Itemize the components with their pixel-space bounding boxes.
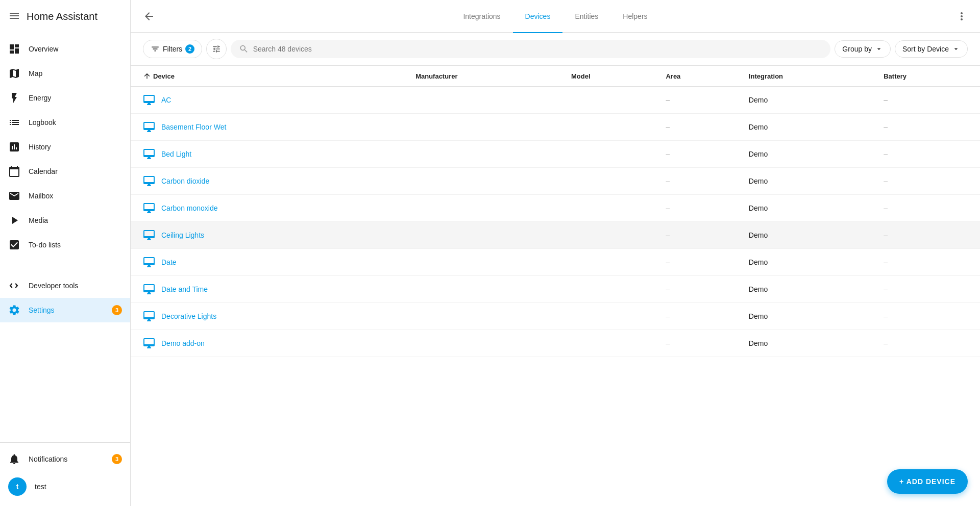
search-bar <box>231 40 830 58</box>
col-area[interactable]: Area <box>657 66 740 87</box>
battery-cell: – <box>875 303 980 330</box>
col-device[interactable]: Device <box>131 66 407 87</box>
group-by-chevron-icon <box>875 45 883 53</box>
sidebar-media-label: Media <box>29 216 48 224</box>
device-name[interactable]: Basement Floor Wet <box>161 123 226 131</box>
manufacturer-cell <box>407 87 563 114</box>
device-name[interactable]: Carbon monoxide <box>161 204 218 212</box>
sidebar-item-logbook[interactable]: Logbook <box>0 110 130 135</box>
menu-icon[interactable] <box>8 10 20 23</box>
add-device-button[interactable]: + ADD DEVICE <box>887 469 968 494</box>
tab-devices[interactable]: Devices <box>513 1 563 33</box>
adjust-button[interactable] <box>206 39 227 59</box>
device-icon <box>143 337 155 349</box>
more-options-button[interactable] <box>951 6 972 27</box>
search-icon <box>239 44 249 54</box>
device-cell-4: Carbon monoxide <box>131 195 407 222</box>
history-icon <box>8 141 20 153</box>
area-cell: – <box>657 114 740 141</box>
table-row[interactable]: Date –Demo– <box>131 249 980 276</box>
sidebar-item-settings[interactable]: Settings 3 <box>0 298 130 322</box>
battery-cell: – <box>875 141 980 168</box>
device-name[interactable]: Decorative Lights <box>161 312 216 320</box>
developer-icon <box>8 280 20 292</box>
table-row[interactable]: Demo add-on –Demo– <box>131 330 980 357</box>
back-button[interactable] <box>139 6 159 27</box>
device-name[interactable]: AC <box>161 96 171 104</box>
table-row[interactable]: Basement Floor Wet –Demo– <box>131 114 980 141</box>
sidebar-item-user[interactable]: t test <box>0 471 130 502</box>
tab-integrations[interactable]: Integrations <box>451 1 512 33</box>
top-navigation: Integrations Devices Entities Helpers <box>131 0 980 33</box>
mailbox-icon <box>8 190 20 202</box>
devices-table: Device Manufacturer Model Area Integrati… <box>131 66 980 357</box>
sidebar-item-media[interactable]: Media <box>0 208 130 233</box>
filter-button[interactable]: Filters 2 <box>143 40 202 58</box>
area-cell: – <box>657 303 740 330</box>
area-cell: – <box>657 276 740 303</box>
battery-cell: – <box>875 222 980 249</box>
table-row[interactable]: Decorative Lights –Demo– <box>131 303 980 330</box>
sidebar-item-map[interactable]: Map <box>0 61 130 86</box>
manufacturer-cell <box>407 276 563 303</box>
table-row[interactable]: Carbon monoxide –Demo– <box>131 195 980 222</box>
tab-entities[interactable]: Entities <box>562 1 610 33</box>
device-cell-1: Basement Floor Wet <box>131 114 407 141</box>
sidebar-settings-label: Settings <box>29 306 55 314</box>
area-cell: – <box>657 168 740 195</box>
app-title: Home Assistant <box>27 11 97 22</box>
sidebar-todo-label: To-do lists <box>29 241 61 249</box>
device-icon <box>143 310 155 322</box>
device-name[interactable]: Carbon dioxide <box>161 177 209 185</box>
filter-icon <box>151 44 160 54</box>
integration-cell: Demo <box>741 141 875 168</box>
sidebar-header: Home Assistant <box>0 0 130 33</box>
area-cell: – <box>657 249 740 276</box>
table-row[interactable]: AC –Demo– <box>131 87 980 114</box>
sidebar-item-developer[interactable]: Developer tools <box>0 273 130 298</box>
tab-helpers[interactable]: Helpers <box>610 1 659 33</box>
device-name[interactable]: Date and Time <box>161 285 208 293</box>
energy-icon <box>8 92 20 104</box>
area-cell: – <box>657 87 740 114</box>
notifications-badge: 3 <box>112 454 122 464</box>
col-manufacturer[interactable]: Manufacturer <box>407 66 563 87</box>
col-battery[interactable]: Battery <box>875 66 980 87</box>
device-name[interactable]: Date <box>161 258 177 266</box>
device-icon <box>143 175 155 187</box>
integration-cell: Demo <box>741 303 875 330</box>
search-input[interactable] <box>253 45 823 53</box>
sidebar-item-todo[interactable]: To-do lists <box>0 233 130 257</box>
sidebar-energy-label: Energy <box>29 94 51 102</box>
device-cell-6: Date <box>131 249 407 276</box>
device-icon <box>143 148 155 160</box>
devices-table-container: Device Manufacturer Model Area Integrati… <box>131 66 980 506</box>
sidebar: Home Assistant Overview Map <box>0 0 131 506</box>
device-name[interactable]: Bed Light <box>161 150 191 158</box>
device-name[interactable]: Ceiling Lights <box>161 231 204 239</box>
sidebar-item-energy[interactable]: Energy <box>0 86 130 110</box>
table-row[interactable]: Ceiling Lights –Demo– <box>131 222 980 249</box>
calendar-icon <box>8 165 20 178</box>
battery-cell: – <box>875 114 980 141</box>
col-model[interactable]: Model <box>563 66 657 87</box>
sidebar-item-mailbox[interactable]: Mailbox <box>0 184 130 208</box>
sidebar-item-calendar[interactable]: Calendar <box>0 159 130 184</box>
sidebar-bottom: Notifications 3 t test <box>0 442 130 506</box>
model-cell <box>563 222 657 249</box>
logbook-icon <box>8 116 20 129</box>
sidebar-item-overview[interactable]: Overview <box>0 37 130 61</box>
sidebar-item-notifications[interactable]: Notifications 3 <box>0 447 130 471</box>
table-row[interactable]: Carbon dioxide –Demo– <box>131 168 980 195</box>
model-cell <box>563 276 657 303</box>
col-integration[interactable]: Integration <box>741 66 875 87</box>
table-row[interactable]: Date and Time –Demo– <box>131 276 980 303</box>
filter-count-badge: 2 <box>185 44 194 54</box>
sidebar-item-history[interactable]: History <box>0 135 130 159</box>
sort-by-button[interactable]: Sort by Device <box>895 40 968 58</box>
table-row[interactable]: Bed Light –Demo– <box>131 141 980 168</box>
device-name[interactable]: Demo add-on <box>161 339 205 347</box>
device-cell-2: Bed Light <box>131 141 407 168</box>
group-by-button[interactable]: Group by <box>835 40 891 58</box>
user-label: test <box>35 483 46 491</box>
